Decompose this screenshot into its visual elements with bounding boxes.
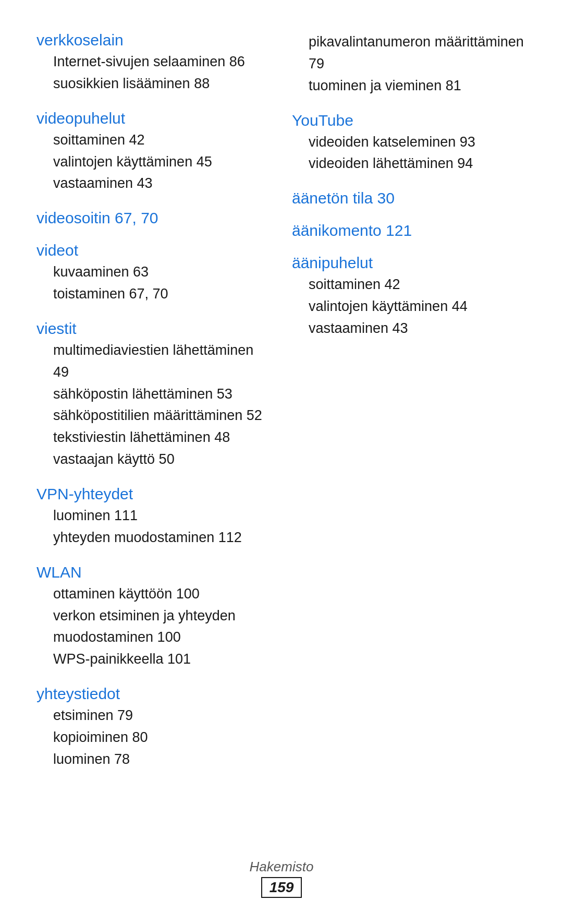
index-subitem: kuvaaminen 63 (36, 261, 271, 283)
index-section: YouTubevideoiden katseleminen 93videoide… (292, 112, 527, 175)
index-subitem: verkon etsiminen ja yhteyden muodostamin… (36, 605, 271, 649)
index-subitem: tekstiviestin lähettäminen 48 (36, 427, 271, 449)
index-section: videosoitin 67, 70 (36, 209, 271, 227)
index-section: äänetön tila 30 (292, 189, 527, 207)
index-subitem: soittaminen 42 (292, 274, 527, 296)
index-heading: äänipuhelut (292, 254, 527, 272)
index-subitem: videoiden lähettäminen 94 (292, 153, 527, 175)
index-section: pikavalintanumeron määrittäminen 79tuomi… (292, 31, 527, 97)
index-section: verkkoselainInternet-sivujen selaaminen … (36, 31, 271, 95)
index-heading: yhteystiedot (36, 685, 271, 703)
index-heading: äänikomento 121 (292, 222, 527, 239)
index-subitem: WPS-painikkeella 101 (36, 649, 271, 670)
right-column: pikavalintanumeron määrittäminen 79tuomi… (292, 31, 527, 785)
index-subitem: yhteyden muodostaminen 112 (36, 527, 271, 549)
index-heading: WLAN (36, 563, 271, 581)
index-section: VPN-yhteydetluominen 111yhteyden muodost… (36, 485, 271, 549)
index-heading: äänetön tila 30 (292, 189, 527, 207)
page-content: verkkoselainInternet-sivujen selaaminen … (0, 0, 563, 837)
index-subitem: luominen 78 (36, 749, 271, 771)
index-subitem: sähköpostitilien määrittäminen 52 (36, 405, 271, 427)
index-section: videopuhelutsoittaminen 42valintojen käy… (36, 110, 271, 195)
index-subitem: luominen 111 (36, 505, 271, 527)
index-section: äänikomento 121 (292, 222, 527, 239)
index-heading: YouTube (292, 112, 527, 129)
index-subitem: suosikkien lisääminen 88 (36, 73, 271, 95)
index-subitem: multimediaviestien lähettäminen 49 (36, 340, 271, 383)
index-subitem: Internet-sivujen selaaminen 86 (36, 51, 271, 73)
index-subitem: valintojen käyttäminen 45 (36, 151, 271, 173)
footer: Hakemisto 159 (0, 859, 563, 898)
index-subitem: valintojen käyttäminen 44 (292, 296, 527, 318)
index-subitem: ottaminen käyttöön 100 (36, 583, 271, 605)
index-heading: VPN-yhteydet (36, 485, 271, 503)
index-subitem: pikavalintanumeron määrittäminen 79 (292, 31, 527, 75)
index-heading: verkkoselain (36, 31, 271, 49)
left-column: verkkoselainInternet-sivujen selaaminen … (36, 31, 292, 785)
index-subitem: tuominen ja vieminen 81 (292, 75, 527, 97)
index-heading: videosoitin 67, 70 (36, 209, 271, 227)
index-subitem: vastaajan käyttö 50 (36, 449, 271, 471)
index-section: WLANottaminen käyttöön 100verkon etsimin… (36, 563, 271, 670)
index-section: viestitmultimediaviestien lähettäminen 4… (36, 320, 271, 471)
index-subitem: etsiminen 79 (36, 705, 271, 727)
index-subitem: vastaaminen 43 (292, 318, 527, 340)
index-subitem: toistaminen 67, 70 (36, 283, 271, 305)
index-heading: videopuhelut (36, 110, 271, 127)
index-section: äänipuhelutsoittaminen 42valintojen käyt… (292, 254, 527, 340)
index-heading: viestit (36, 320, 271, 338)
index-subitem: sähköpostin lähettäminen 53 (36, 383, 271, 405)
index-subitem: vastaaminen 43 (36, 173, 271, 195)
index-subitem: soittaminen 42 (36, 129, 271, 151)
index-section: yhteystiedotetsiminen 79kopioiminen 80lu… (36, 685, 271, 771)
index-heading: videot (36, 242, 271, 259)
index-subitem: kopioiminen 80 (36, 727, 271, 749)
index-subitem: videoiden katseleminen 93 (292, 131, 527, 153)
index-section: videotkuvaaminen 63toistaminen 67, 70 (36, 242, 271, 305)
footer-label: Hakemisto (0, 859, 563, 875)
footer-page: 159 (261, 877, 302, 898)
